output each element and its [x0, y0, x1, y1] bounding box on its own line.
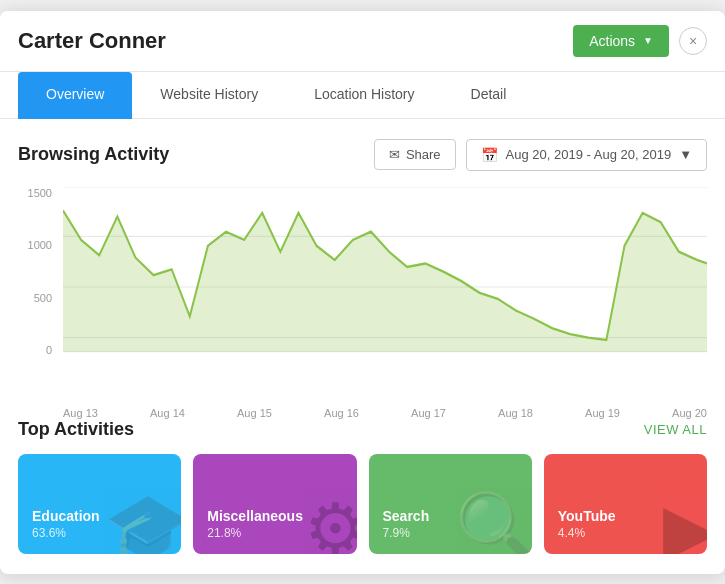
y-label-0: 0	[46, 344, 52, 356]
x-label-aug16: Aug 16	[324, 407, 359, 419]
header-controls: Actions ▼ ×	[573, 25, 707, 57]
tab-bar: Overview Website History Location Histor…	[0, 72, 725, 119]
tab-website-history[interactable]: Website History	[132, 72, 286, 119]
chart-svg-area	[63, 187, 707, 387]
y-label-1000: 1000	[28, 239, 52, 251]
share-button[interactable]: ✉ Share	[374, 139, 456, 170]
youtube-pct: 4.4%	[558, 526, 693, 540]
line-chart-svg	[63, 187, 707, 387]
misc-label: Miscellaneous	[207, 508, 342, 524]
search-bg-icon: 🔍	[455, 494, 532, 554]
chart-y-axis: 1500 1000 500 0	[18, 187, 58, 357]
main-window: Carter Conner Actions ▼ × Overview Websi…	[0, 11, 725, 574]
browsing-activity-title: Browsing Activity	[18, 144, 169, 165]
close-button[interactable]: ×	[679, 27, 707, 55]
view-all-link[interactable]: VIEW ALL	[644, 422, 707, 437]
x-label-aug17: Aug 17	[411, 407, 446, 419]
tab-overview[interactable]: Overview	[18, 72, 132, 119]
x-label-aug19: Aug 19	[585, 407, 620, 419]
activity-controls: ✉ Share 📅 Aug 20, 2019 - Aug 20, 2019 ▼	[374, 139, 707, 171]
top-activities-header: Top Activities VIEW ALL	[18, 419, 707, 440]
education-pct: 63.6%	[32, 526, 167, 540]
content-area: Browsing Activity ✉ Share 📅 Aug 20, 2019…	[0, 119, 725, 574]
browsing-activity-header: Browsing Activity ✉ Share 📅 Aug 20, 2019…	[18, 139, 707, 171]
actions-label: Actions	[589, 33, 635, 49]
x-label-aug15: Aug 15	[237, 407, 272, 419]
top-activities-title: Top Activities	[18, 419, 134, 440]
header: Carter Conner Actions ▼ ×	[0, 11, 725, 72]
search-pct: 7.9%	[383, 526, 518, 540]
youtube-bg-icon: ▶	[663, 494, 707, 554]
card-miscellaneous[interactable]: ⚙ Miscellaneous 21.8%	[193, 454, 356, 554]
date-range-button[interactable]: 📅 Aug 20, 2019 - Aug 20, 2019 ▼	[466, 139, 707, 171]
chart-x-axis: Aug 13 Aug 14 Aug 15 Aug 16 Aug 17 Aug 1…	[18, 407, 707, 419]
x-label-aug14: Aug 14	[150, 407, 185, 419]
misc-pct: 21.8%	[207, 526, 342, 540]
x-label-aug18: Aug 18	[498, 407, 533, 419]
close-icon: ×	[689, 33, 697, 49]
share-label: Share	[406, 147, 441, 162]
card-education[interactable]: 🎓 Education 63.6%	[18, 454, 181, 554]
card-search[interactable]: 🔍 Search 7.9%	[369, 454, 532, 554]
education-bg-icon: 🎓	[104, 494, 181, 554]
tab-location-history[interactable]: Location History	[286, 72, 442, 119]
share-icon: ✉	[389, 147, 400, 162]
x-label-aug20: Aug 20	[672, 407, 707, 419]
browsing-chart: 1500 1000 500 0	[18, 187, 707, 387]
svg-marker-5	[63, 210, 707, 351]
actions-button[interactable]: Actions ▼	[573, 25, 669, 57]
y-label-1500: 1500	[28, 187, 52, 199]
y-label-500: 500	[34, 292, 52, 304]
chevron-down-icon: ▼	[643, 35, 653, 46]
tab-detail[interactable]: Detail	[443, 72, 535, 119]
date-range-label: Aug 20, 2019 - Aug 20, 2019	[506, 147, 672, 162]
misc-bg-icon: ⚙	[304, 494, 357, 554]
activity-cards: 🎓 Education 63.6% ⚙ Miscellaneous 21.8% …	[18, 454, 707, 554]
education-label: Education	[32, 508, 167, 524]
youtube-label: YouTube	[558, 508, 693, 524]
x-label-aug13: Aug 13	[63, 407, 98, 419]
calendar-icon: 📅	[481, 147, 498, 163]
search-label: Search	[383, 508, 518, 524]
page-title: Carter Conner	[18, 28, 166, 54]
card-youtube[interactable]: ▶ YouTube 4.4%	[544, 454, 707, 554]
chevron-down-icon: ▼	[679, 147, 692, 162]
